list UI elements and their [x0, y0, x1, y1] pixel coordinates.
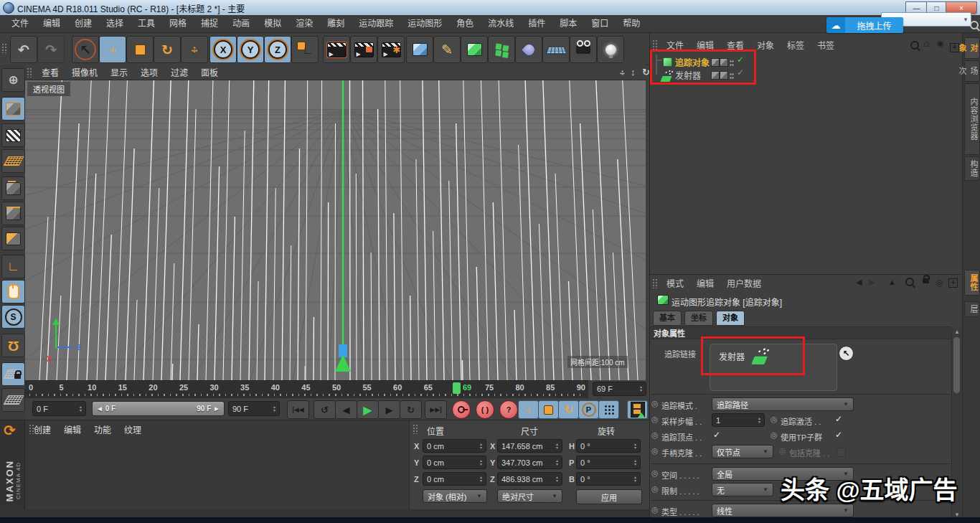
eye-icon[interactable]: ◉: [937, 39, 944, 48]
menu-item-3[interactable]: 选择: [99, 15, 131, 33]
spinner-arrows[interactable]: ▴▾: [480, 476, 482, 483]
coord-input-0-sv[interactable]: 147.658 cm▴▾: [497, 439, 562, 453]
workplane-mode-button[interactable]: [1, 149, 25, 173]
keyframe-dot-icon[interactable]: ◎: [651, 430, 659, 440]
goto-end-button[interactable]: ▶▶|: [425, 400, 447, 419]
om-menu-item-0[interactable]: 文件: [660, 39, 690, 51]
drag-upload-button[interactable]: ☁ 拖拽上传: [826, 17, 903, 33]
viewport-menu-item-5[interactable]: 面板: [194, 66, 225, 78]
spinner-arrows[interactable]: ▴▾: [634, 443, 636, 450]
tab-对象[interactable]: 对象: [716, 311, 745, 326]
coord-input-2-sv[interactable]: 486.938 cm▴▾: [497, 472, 562, 486]
include-clone-checkbox[interactable]: [837, 448, 846, 457]
spinner-arrows[interactable]: ▴▾: [80, 405, 82, 413]
home-icon[interactable]: ⌂: [923, 37, 929, 49]
coords-grip[interactable]: [413, 424, 418, 434]
tp-group-checkbox[interactable]: ✓: [835, 430, 842, 440]
coord-input-0-pv[interactable]: 0 cm▴▾: [423, 439, 486, 453]
texture-mode-button[interactable]: [1, 123, 25, 147]
sample-step-input[interactable]: 1▴▾: [712, 413, 765, 427]
keyframe-dot-icon[interactable]: ◎: [771, 430, 778, 440]
menu-item-16[interactable]: 脚本: [552, 15, 584, 33]
coord-input-0-rv[interactable]: 0 °▴▾: [576, 439, 641, 453]
key-scale-toggle[interactable]: [538, 400, 559, 419]
tab-基本[interactable]: 基本: [653, 311, 682, 326]
search-icon[interactable]: [970, 19, 979, 32]
menu-item-10[interactable]: 雕刻: [320, 15, 352, 33]
emitter-cone[interactable]: [335, 354, 351, 372]
menu-item-1[interactable]: 编辑: [36, 15, 67, 33]
mograph-button[interactable]: [488, 36, 515, 63]
play-backwards-button[interactable]: ↺: [314, 400, 336, 419]
focus-icon[interactable]: ◎: [936, 278, 943, 288]
spinner-arrows[interactable]: ▴▾: [480, 459, 482, 466]
menu-item-5[interactable]: 网格: [162, 15, 194, 33]
live-selection-button[interactable]: ↖: [72, 36, 99, 63]
dolly-view-icon[interactable]: ↕: [631, 67, 636, 77]
key-position-toggle[interactable]: ↔↕: [518, 400, 539, 419]
play-button[interactable]: ▶: [357, 400, 379, 419]
coord-input-2-pv[interactable]: 0 cm▴▾: [423, 472, 486, 486]
timeline-window-button[interactable]: [627, 400, 648, 419]
viewport-grip[interactable]: [27, 67, 32, 77]
magnet-snap-button[interactable]: Ω: [1, 334, 25, 357]
key-parameter-toggle[interactable]: P: [578, 400, 599, 419]
range-start-spinner[interactable]: 0 F ▴▾: [32, 401, 86, 416]
coord-input-2-rv[interactable]: 0 °▴▾: [576, 472, 641, 486]
am-menu-item-1[interactable]: 编辑: [690, 277, 720, 289]
previous-frame-button[interactable]: ◀: [335, 400, 357, 419]
keyframe-dot-icon[interactable]: ◎: [651, 399, 659, 408]
toolbar-grip[interactable]: [1, 43, 7, 53]
camera-button[interactable]: [570, 36, 597, 63]
key-rotation-toggle[interactable]: ↻: [558, 400, 579, 419]
menu-item-4[interactable]: 工具: [131, 15, 162, 33]
panel-tab-1[interactable]: 场次: [964, 60, 980, 82]
menu-item-7[interactable]: 动画: [225, 15, 257, 33]
autokey-button[interactable]: ( ): [476, 400, 494, 419]
viewport-canvas[interactable]: XZ 透视视图 网格间距:100 cm: [25, 80, 646, 380]
spinner-arrows[interactable]: ▴▾: [758, 417, 760, 424]
spinner-arrows[interactable]: ▴▾: [556, 476, 558, 483]
move-tool-button[interactable]: ↔↕: [99, 36, 126, 63]
position-mode-select[interactable]: 对象 (相对)▼: [423, 489, 487, 503]
menu-item-15[interactable]: 插件: [521, 15, 552, 33]
redo-button[interactable]: ↷: [37, 36, 65, 63]
am-menu-item-2[interactable]: 用户数据: [720, 277, 768, 289]
trace-vertex-checkbox[interactable]: ✓: [713, 430, 720, 440]
preview-range-track[interactable]: ◄ 0 F 90 F ►: [93, 402, 224, 415]
timeline-ruler[interactable]: 0510152025303540455055606575808590 69: [25, 380, 588, 400]
coordinate-system-button[interactable]: ∟: [291, 36, 319, 63]
attr-tab-1[interactable]: 层: [964, 301, 980, 317]
om-menu-item-1[interactable]: 编辑: [690, 39, 720, 51]
history-forward-icon[interactable]: ▶: [869, 278, 875, 287]
material-menu-item-2[interactable]: 功能: [88, 423, 118, 435]
keyframe-dot-icon[interactable]: ◎: [771, 415, 778, 424]
scrollbar-thumb[interactable]: [953, 337, 960, 393]
menu-item-6[interactable]: 捕捉: [194, 15, 225, 33]
last-tool-button[interactable]: ↔↕: [181, 36, 208, 63]
om-menu-item-2[interactable]: 查看: [720, 39, 750, 51]
new-panel-icon[interactable]: +: [948, 278, 958, 288]
spinner-arrows[interactable]: ▴▾: [634, 459, 636, 466]
rotate-tool-button[interactable]: ↻: [154, 36, 181, 63]
material-menu-item-1[interactable]: 编辑: [57, 423, 88, 435]
render-settings-button[interactable]: ▶✱: [377, 36, 405, 63]
render-view-button[interactable]: ▶: [323, 36, 350, 63]
current-frame-spinner[interactable]: 69 F ▴▾: [593, 382, 646, 396]
menu-item-12[interactable]: 运动图形: [400, 15, 449, 33]
material-menu-item-3[interactable]: 纹理: [118, 423, 148, 435]
viewport-solo-button[interactable]: [1, 280, 25, 303]
x-axis-lock-button[interactable]: X: [209, 36, 237, 63]
keying-selection-toggle[interactable]: [598, 400, 619, 419]
viewport-menu-item-2[interactable]: 显示: [104, 66, 134, 78]
om-menu-item-4[interactable]: 标签: [781, 39, 811, 51]
keyframe-selection-button[interactable]: ?: [499, 400, 518, 419]
trace-active-checkbox[interactable]: ✓: [835, 414, 842, 424]
menu-item-0[interactable]: 文件: [4, 15, 36, 33]
menu-item-8[interactable]: 模拟: [257, 15, 288, 33]
preview-range-slider[interactable]: ◄ 0 F 90 F ►: [92, 401, 225, 416]
workplane-lock-button[interactable]: [1, 362, 25, 386]
coord-input-1-pv[interactable]: 0 cm▴▾: [423, 456, 486, 469]
am-grip[interactable]: [652, 278, 658, 288]
coord-input-1-rv[interactable]: 0 °▴▾: [576, 456, 641, 469]
